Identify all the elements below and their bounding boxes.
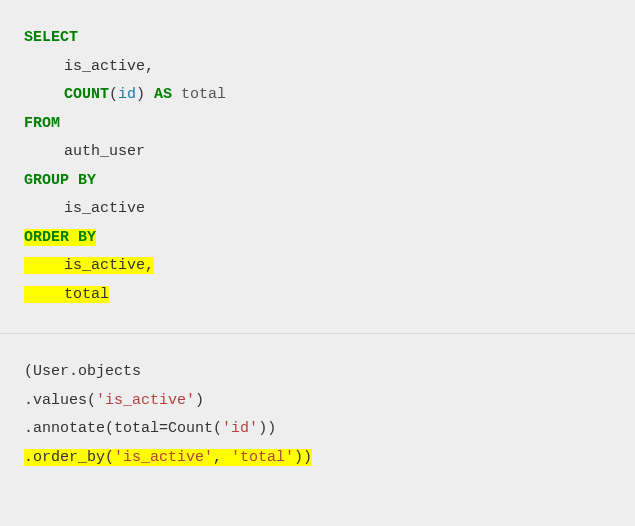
py-dot1: . bbox=[69, 363, 78, 380]
py-count: Count bbox=[168, 420, 213, 437]
py-line4: .order_by('is_active', 'total')) bbox=[24, 444, 611, 473]
py-line1: (User.objects bbox=[24, 358, 611, 387]
py-line2: .values('is_active') bbox=[24, 387, 611, 416]
sql-obcol2-line: total bbox=[24, 281, 611, 310]
py-dot3: . bbox=[24, 420, 33, 437]
py-user: User bbox=[33, 363, 69, 380]
py-ob-open: ( bbox=[105, 449, 114, 466]
sql-count-fn: COUNT bbox=[64, 86, 109, 103]
py-ann-kw: total bbox=[114, 420, 159, 437]
py-ob-arg2: 'total' bbox=[231, 449, 294, 466]
py-ann-eq: = bbox=[159, 420, 168, 437]
sql-count-close: ) bbox=[136, 86, 145, 103]
sql-count-open: ( bbox=[109, 86, 118, 103]
py-dot2: . bbox=[24, 392, 33, 409]
py-open-paren: ( bbox=[24, 363, 33, 380]
py-values-open: ( bbox=[87, 392, 96, 409]
py-count-arg: 'id' bbox=[222, 420, 258, 437]
py-ob-arg1: 'is_active' bbox=[114, 449, 213, 466]
sql-from-kw: FROM bbox=[24, 115, 60, 132]
sql-obcol1-line: is_active, bbox=[24, 252, 611, 281]
py-line3: .annotate(total=Count('id')) bbox=[24, 415, 611, 444]
sql-orderby-kw: ORDER BY bbox=[24, 229, 96, 246]
py-values-arg: 'is_active' bbox=[96, 392, 195, 409]
sql-alias: total bbox=[181, 86, 226, 103]
sql-groupby-line: GROUP BY bbox=[24, 167, 611, 196]
sql-from-line: FROM bbox=[24, 110, 611, 139]
py-ob-comma: , bbox=[213, 449, 231, 466]
sql-col-is-active: is_active, bbox=[64, 58, 154, 75]
py-order-by: order_by bbox=[33, 449, 105, 466]
sql-col1-line: is_active, bbox=[24, 53, 611, 82]
sql-block: SELECT is_active, COUNT(id) AS total FRO… bbox=[0, 0, 635, 333]
sql-select-kw: SELECT bbox=[24, 29, 78, 46]
sql-ob-col2: total bbox=[64, 286, 109, 303]
sql-group-col: is_active bbox=[64, 200, 145, 217]
py-ob-close: )) bbox=[294, 449, 312, 466]
sql-as-kw: AS bbox=[154, 86, 172, 103]
py-values-close: ) bbox=[195, 392, 204, 409]
sql-ob-col1: is_active, bbox=[64, 257, 154, 274]
py-ann-open: ( bbox=[105, 420, 114, 437]
sql-orderby-line: ORDER BY bbox=[24, 224, 611, 253]
python-block: (User.objects .values('is_active') .anno… bbox=[0, 334, 635, 496]
sql-table: auth_user bbox=[64, 143, 145, 160]
py-dot4: . bbox=[24, 449, 33, 466]
sql-groupcol-line: is_active bbox=[24, 195, 611, 224]
sql-count-line: COUNT(id) AS total bbox=[24, 81, 611, 110]
sql-table-line: auth_user bbox=[24, 138, 611, 167]
sql-groupby-kw: GROUP BY bbox=[24, 172, 96, 189]
py-values: values bbox=[33, 392, 87, 409]
py-count-close: )) bbox=[258, 420, 276, 437]
sql-select-line: SELECT bbox=[24, 24, 611, 53]
py-objects: objects bbox=[78, 363, 141, 380]
py-annotate: annotate bbox=[33, 420, 105, 437]
sql-count-arg: id bbox=[118, 86, 136, 103]
py-count-open: ( bbox=[213, 420, 222, 437]
